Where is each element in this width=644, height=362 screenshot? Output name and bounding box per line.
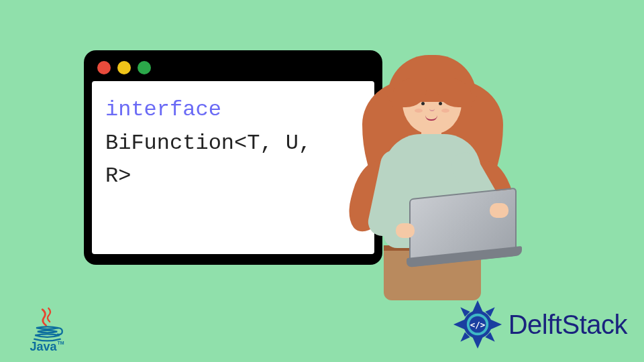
code-line-2: BiFunction<T, U, — [105, 127, 361, 160]
java-logo: JavaTM — [23, 307, 70, 354]
code-line-1: interface — [105, 93, 361, 127]
delftstack-emblem-icon: </> — [452, 299, 503, 350]
maximize-icon[interactable] — [138, 61, 151, 74]
close-icon[interactable] — [97, 61, 111, 74]
code-body: interface BiFunction<T, U, R> — [92, 81, 374, 254]
java-cup-icon — [29, 307, 66, 344]
window-titlebar — [92, 58, 374, 77]
delftstack-label: DelftStack — [508, 310, 627, 340]
svg-text:</>: </> — [470, 320, 485, 330]
code-keyword: interface — [105, 97, 221, 122]
minimize-icon[interactable] — [117, 61, 131, 74]
code-line-3: R> — [105, 160, 361, 193]
person-illustration — [335, 32, 550, 300]
delftstack-logo: </> DelftStack — [452, 299, 627, 350]
java-label: JavaTM — [30, 340, 64, 354]
